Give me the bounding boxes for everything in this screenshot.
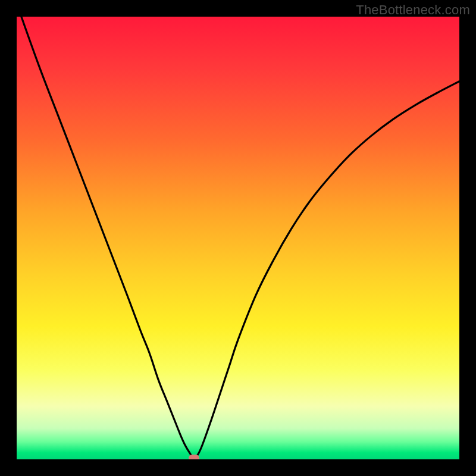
plot-area — [17, 17, 459, 459]
watermark-text: TheBottleneck.com — [356, 2, 470, 18]
chart-frame: TheBottleneck.com — [0, 0, 476, 476]
min-point-marker — [189, 455, 199, 459]
bottleneck-curve — [17, 17, 459, 459]
